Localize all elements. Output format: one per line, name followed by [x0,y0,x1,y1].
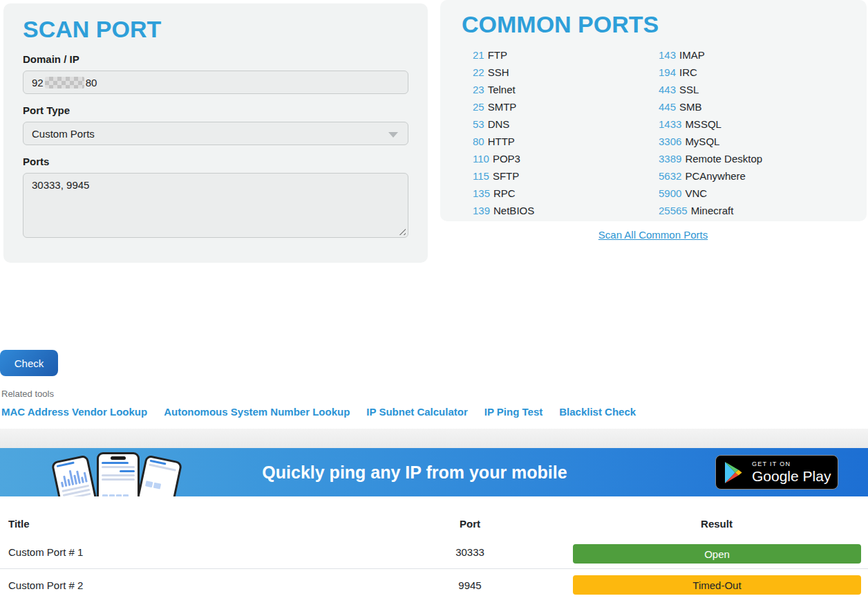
status-badge: Timed-Out [573,575,861,595]
redacted-ip-blur [45,77,84,89]
common-port-link[interactable]: 21FTP [473,46,534,64]
port-number[interactable]: 80 [473,136,484,147]
port-name: SMB [679,101,702,113]
port-number[interactable]: 194 [659,66,676,78]
related-tools-label: Related tools [1,389,54,399]
phone-mockups-image [57,451,181,496]
port-number[interactable]: 443 [659,84,676,95]
port-name: VNC [685,187,707,199]
port-number[interactable]: 23 [473,84,484,95]
check-button[interactable]: Check [0,350,58,376]
port-number[interactable]: 3306 [659,136,681,147]
port-name: MSSQL [685,118,721,130]
port-name: DNS [488,118,510,130]
ports-value: 30333, 9945 [32,179,89,191]
ports-textarea[interactable]: 30333, 9945 [23,173,408,238]
common-port-link[interactable]: 23Telnet [473,81,534,98]
port-name: POP3 [493,153,520,165]
result-row-port: 30333 [455,546,484,558]
port-number[interactable]: 25 [473,101,484,113]
common-port-link[interactable]: 80HTTP [473,133,534,150]
results-header-result: Result [701,518,733,530]
port-name: FTP [488,49,507,61]
port-number[interactable]: 115 [473,170,489,182]
port-number[interactable]: 110 [473,153,489,165]
port-name: Remote Desktop [685,153,762,165]
common-port-link[interactable]: 445SMB [659,98,762,115]
port-name: IMAP [679,49,705,61]
port-number[interactable]: 135 [473,187,490,199]
results-header-title: Title [8,518,30,530]
port-number[interactable]: 3389 [659,153,681,165]
common-port-link[interactable]: 3389Remote Desktop [659,150,762,167]
common-port-link[interactable]: 135RPC [473,185,534,202]
port-type-label: Port Type [23,104,408,116]
common-ports-panel: COMMON PORTS 21FTP 22SSH 23Telnet 25SMTP… [440,0,867,221]
common-ports-title: COMMON PORTS [440,0,867,38]
banner-headline: Quickly ping any IP from your mobile [262,463,567,483]
port-name: PCAnywhere [685,170,746,182]
common-port-link[interactable]: 143IMAP [659,46,762,64]
related-tools-links: MAC Address Vendor Lookup Autonomous Sys… [1,406,636,418]
port-number[interactable]: 5632 [659,170,681,182]
port-number[interactable]: 5900 [659,187,681,199]
common-port-link[interactable]: 115SFTP [473,167,534,185]
result-row-title: Custom Port # 2 [8,579,83,591]
results-header-port: Port [460,518,480,530]
common-port-link[interactable]: 5632PCAnywhere [659,167,762,185]
scan-port-panel: SCAN PORT Domain / IP 92 80 Port Type Cu… [3,3,428,263]
result-row-port: 9945 [458,579,481,591]
port-number[interactable]: 143 [659,49,676,61]
domain-ip-input[interactable]: 92 80 [23,71,408,94]
port-name: Minecraft [691,205,734,216]
port-number[interactable]: 25565 [659,205,688,216]
port-name: RPC [493,187,516,199]
port-name: SMTP [488,101,517,113]
port-number[interactable]: 1433 [659,118,681,130]
result-row-title: Custom Port # 1 [8,546,83,558]
port-type-selected-value: Custom Ports [32,128,95,140]
port-number[interactable]: 139 [473,205,490,216]
domain-ip-value-suffix: 80 [86,77,97,89]
play-badge-line2: Google Play [752,468,831,485]
port-name: NetBIOS [493,205,534,216]
port-name: HTTP [488,136,515,147]
common-port-link[interactable]: 139NetBIOS [473,202,534,219]
play-badge-line1: GET IT ON [752,460,831,468]
link-ip-subnet-calculator[interactable]: IP Subnet Calculator [366,406,467,418]
common-ports-column-2: 143IMAP 194IRC 443SSL 445SMB 1433MSSQL 3… [659,46,762,219]
common-port-link[interactable]: 110POP3 [473,150,534,167]
common-port-link[interactable]: 1433MSSQL [659,115,762,133]
link-ip-ping-test[interactable]: IP Ping Test [484,406,542,418]
status-badge: Open [573,544,861,564]
scan-all-common-ports-link[interactable]: Scan All Common Ports [598,229,708,241]
link-asn-lookup[interactable]: Autonomous System Number Lookup [164,406,350,418]
domain-ip-value-prefix: 92 [32,77,44,89]
row-divider [0,568,868,569]
port-number[interactable]: 22 [473,66,484,78]
common-port-link[interactable]: 53DNS [473,115,534,133]
common-port-link[interactable]: 3306MySQL [659,133,762,150]
common-port-link[interactable]: 194IRC [659,64,762,81]
common-port-link[interactable]: 25SMTP [473,98,534,115]
resize-handle-icon[interactable] [397,227,406,235]
link-blacklist-check[interactable]: Blacklist Check [559,406,636,418]
common-port-link[interactable]: 22SSH [473,64,534,81]
mobile-app-banner: Quickly ping any IP from your mobile GET… [0,448,868,496]
port-name: SSL [679,84,699,95]
port-name: IRC [679,66,697,78]
chevron-down-icon [388,132,398,138]
port-number[interactable]: 53 [473,118,484,130]
scan-port-title: SCAN PORT [23,3,408,43]
port-type-select[interactable]: Custom Ports [23,122,408,145]
google-play-icon [725,462,744,483]
google-play-badge[interactable]: GET IT ON Google Play [715,455,838,490]
common-port-link[interactable]: 5900VNC [659,185,762,202]
ports-label: Ports [23,156,408,167]
port-number[interactable]: 445 [659,101,676,113]
common-port-link[interactable]: 443SSL [659,81,762,98]
link-mac-address-vendor-lookup[interactable]: MAC Address Vendor Lookup [1,406,147,418]
common-port-link[interactable]: 25565Minecraft [659,202,762,219]
port-name: SFTP [493,170,519,182]
port-number[interactable]: 21 [473,49,484,61]
